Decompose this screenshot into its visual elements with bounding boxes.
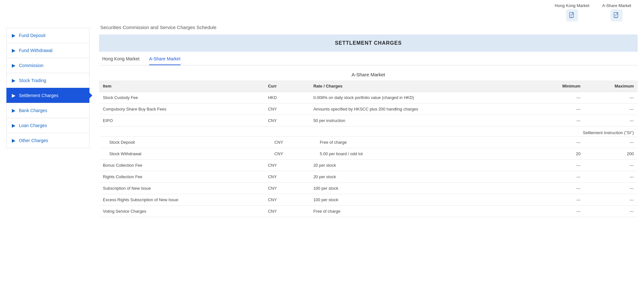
chevron-right-icon: ▶	[12, 123, 16, 128]
cell-min: ---	[533, 92, 584, 103]
sidebar-item-label: Loan Charges	[19, 123, 47, 128]
svg-text:PDF: PDF	[614, 17, 617, 19]
cell-min: ---	[533, 183, 584, 194]
cell-curr: CNY	[264, 160, 310, 171]
col-rate-charges: Rate / Charges	[310, 80, 533, 92]
sidebar-item-label: Settlement Charges	[19, 93, 58, 98]
cell-curr: CNY	[264, 206, 310, 217]
sidebar-item-settlement-charges[interactable]: ▶ Settlement Charges	[6, 88, 89, 103]
sidebar-item-stock-trading[interactable]: ▶ Stock Trading	[6, 73, 89, 88]
chevron-right-icon: ▶	[12, 33, 16, 38]
table-row: EIPO CNY 50 per instruction --- ---	[99, 115, 638, 126]
cell-max: ---	[584, 115, 638, 126]
col-minimum: Minimum	[533, 80, 584, 92]
hk-pdf-button[interactable]: PDF	[566, 9, 578, 21]
table-row: Excess Rights Subscription of New Issue …	[99, 194, 638, 206]
table-row: Stock Deposit CNY Free of charge --- ---	[99, 137, 638, 148]
cell-rate: Amounts specified by HKSCC plus 200 hand…	[310, 103, 533, 115]
cell-curr: CNY	[264, 171, 310, 183]
cell-item: Excess Rights Subscription of New Issue	[99, 194, 264, 206]
cell-rate: Free of charge	[310, 206, 533, 217]
sidebar: ▶ Fund Deposit▶ Fund Withdrawal▶ Commiss…	[6, 25, 89, 217]
sidebar-item-label: Commission	[19, 63, 43, 68]
hk-market-pdf: Hong Kong Market PDF	[555, 3, 589, 21]
col-maximum: Maximum	[584, 80, 638, 92]
chevron-right-icon: ▶	[12, 48, 16, 53]
sidebar-item-label: Stock Trading	[19, 78, 46, 83]
cell-curr: CNY	[264, 183, 310, 194]
table-row: Bonus Collection Fee CNY 20 per stock --…	[99, 160, 638, 171]
col-curr: Curr	[264, 80, 310, 92]
table-row: Stock Withdrawal CNY 5.00 per board / od…	[99, 148, 638, 160]
tabs: Hong Kong MarketA-Share Market	[99, 52, 638, 65]
cell-rate: 50 per instruction	[310, 115, 533, 126]
cell-item: Stock Custody Fee	[99, 92, 264, 103]
cell-item: Rights Collection Fee	[99, 171, 264, 183]
cell-curr: CNY	[264, 103, 310, 115]
table-row: Rights Collection Fee CNY 20 per stock -…	[99, 171, 638, 183]
sidebar-item-label: Fund Withdrawal	[19, 48, 52, 53]
table-row: Subscription of New Issue CNY 100 per st…	[99, 183, 638, 194]
sidebar-item-other-charges[interactable]: ▶ Other Charges	[6, 133, 89, 148]
cell-max: ---	[584, 171, 638, 183]
ashare-market-label: A-Share Market	[602, 3, 631, 8]
chevron-right-icon: ▶	[12, 78, 16, 83]
sidebar-item-label: Fund Deposit	[19, 33, 45, 38]
tab-a-share-market[interactable]: A-Share Market	[149, 56, 180, 65]
svg-text:PDF: PDF	[570, 17, 573, 19]
chevron-right-icon: ▶	[12, 93, 16, 98]
cell-item: EIPO	[99, 115, 264, 126]
cell-curr: HKD	[264, 92, 310, 103]
main-content: Securities Commission and Service Charge…	[99, 25, 638, 217]
table-row: Stock Custody Fee HKD 0.008% on daily st…	[99, 92, 638, 103]
cell-min: ---	[533, 137, 584, 148]
cell-max: ---	[584, 206, 638, 217]
page-subtitle: Securities Commission and Service Charge…	[99, 25, 638, 30]
sidebar-item-fund-withdrawal[interactable]: ▶ Fund Withdrawal	[6, 43, 89, 58]
cell-item: Bonus Collection Fee	[99, 160, 264, 171]
hk-market-label: Hong Kong Market	[555, 3, 589, 8]
page-layout: ▶ Fund Deposit▶ Fund Withdrawal▶ Commiss…	[0, 25, 644, 224]
sidebar-item-loan-charges[interactable]: ▶ Loan Charges	[6, 118, 89, 133]
cell-min: ---	[533, 103, 584, 115]
cell-rate: 0.008% on daily stock portfolio value (c…	[310, 92, 533, 103]
cell-min: ---	[533, 171, 584, 183]
chevron-right-icon: ▶	[12, 138, 16, 143]
cell-max: 200	[584, 148, 638, 160]
cell-item: Stock Deposit	[99, 137, 264, 148]
top-bar: Hong Kong Market PDF A-Share Market PDF	[0, 0, 644, 25]
tab-hong-kong-market[interactable]: Hong Kong Market	[102, 56, 140, 65]
cell-max: ---	[584, 103, 638, 115]
cell-min: ---	[533, 194, 584, 206]
cell-max: ---	[584, 160, 638, 171]
cell-curr: CNY	[264, 137, 310, 148]
cell-min: ---	[533, 115, 584, 126]
ashare-market-pdf: A-Share Market PDF	[602, 3, 631, 21]
table-row: Voting Service Charges CNY Free of charg…	[99, 206, 638, 217]
cell-item: Stock Withdrawal	[99, 148, 264, 160]
cell-rate: 5.00 per board / odd lot	[310, 148, 533, 160]
cell-rate: 100 per stock	[310, 183, 533, 194]
charges-table: ItemCurrRate / ChargesMinimumMaximum Sto…	[99, 80, 638, 217]
cell-max: ---	[584, 183, 638, 194]
cell-item: Subscription of New Issue	[99, 183, 264, 194]
sidebar-item-bank-charges[interactable]: ▶ Bank Charges	[6, 103, 89, 118]
ashare-pdf-button[interactable]: PDF	[610, 9, 623, 21]
group-label-cell: Settlement Instruction ("SI")	[99, 126, 638, 137]
sidebar-item-commission[interactable]: ▶ Commission	[6, 58, 89, 73]
sidebar-item-label: Bank Charges	[19, 108, 47, 113]
cell-min: ---	[533, 206, 584, 217]
table-row: Compulsory Share Buy Back Fees CNY Amoun…	[99, 103, 638, 115]
chevron-right-icon: ▶	[12, 108, 16, 113]
cell-rate: 20 per stock	[310, 171, 533, 183]
cell-max: ---	[584, 194, 638, 206]
market-title: A-Share Market	[99, 72, 638, 77]
cell-curr: CNY	[264, 148, 310, 160]
cell-max: ---	[584, 137, 638, 148]
sidebar-item-fund-deposit[interactable]: ▶ Fund Deposit	[6, 28, 89, 43]
cell-item: Voting Service Charges	[99, 206, 264, 217]
cell-min: ---	[533, 160, 584, 171]
col-item: Item	[99, 80, 264, 92]
cell-rate: 100 per stock	[310, 194, 533, 206]
cell-min: 20	[533, 148, 584, 160]
